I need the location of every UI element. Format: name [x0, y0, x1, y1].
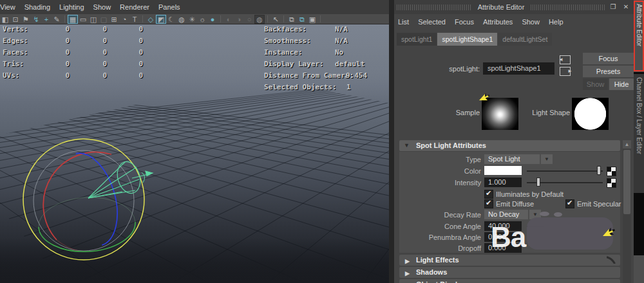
viewport-menu-item[interactable]: Renderer	[120, 3, 149, 11]
camera-keyframe-icon[interactable]: ⊡	[10, 15, 21, 24]
spotlight-name-field[interactable]: spotLightShape1	[483, 62, 554, 75]
viewport-menu-item[interactable]: Shading	[24, 3, 50, 11]
hud-value: 0	[73, 71, 107, 80]
lighting-icon[interactable]: ☼	[197, 15, 207, 24]
ae-menu-item[interactable]: Help	[549, 18, 564, 26]
section-title: Spot Light Attributes	[416, 140, 486, 151]
grid-toggle-icon[interactable]: ▦	[68, 15, 78, 24]
xray-icon[interactable]: ◇	[146, 15, 156, 24]
tab-spotlightshape1[interactable]: spotLightShape1	[437, 33, 497, 46]
scrollbar-thumb[interactable]	[623, 150, 630, 214]
hud-toggle-icon[interactable]: T	[129, 15, 140, 24]
hud-value: default	[335, 60, 365, 68]
select-cursor-icon[interactable]: ↖	[270, 15, 281, 24]
move-tool-icon[interactable]: +	[41, 15, 52, 24]
hud-value: 0	[41, 60, 70, 68]
resolution-gate-icon[interactable]: ◫	[88, 15, 99, 24]
hud-row: Tris: 0 0 0	[3, 60, 151, 71]
ae-menu-item[interactable]: Focus	[455, 18, 474, 26]
color-swatch[interactable]	[484, 166, 522, 175]
texture-map-icon[interactable]	[607, 178, 616, 188]
tab-defaultlightset[interactable]: defaultLightSet	[498, 33, 552, 46]
focus-button[interactable]: Focus	[583, 53, 634, 64]
tab-spotlight1[interactable]: spotLight1	[397, 33, 437, 46]
hud-row: Distance From Camera: 9.454	[264, 71, 390, 83]
snapshot-icon[interactable]: ▣	[307, 15, 317, 24]
side-tab-channel-box[interactable]: Channel Box / Layer Editor	[634, 74, 644, 193]
hud-label: Backfaces:	[264, 25, 307, 33]
field-chart-icon[interactable]: ⊞	[109, 15, 119, 24]
type-dropdown[interactable]: Spot Light	[484, 154, 540, 164]
viewport-menu-item[interactable]: Lighting	[59, 3, 84, 11]
section-object-display[interactable]: ▶ Object Display	[399, 279, 620, 283]
separator[interactable]	[220, 15, 221, 23]
hud-label: Tris:	[3, 60, 24, 68]
decay-dropdown[interactable]: No Decay	[484, 210, 528, 219]
intensity-field[interactable]: 1.000	[484, 178, 522, 187]
breakout-node-icon[interactable]: ►	[560, 67, 571, 76]
bookmark-icon[interactable]: ⚑	[21, 15, 31, 24]
show-button[interactable]: Show	[583, 78, 608, 90]
viewport-menu-item[interactable]: Show	[93, 3, 111, 11]
walk-tool-icon[interactable]: ↯	[31, 15, 41, 24]
section-light-effects[interactable]: ▶ Light Effects	[399, 255, 620, 266]
presets-button[interactable]: Presets	[583, 66, 634, 77]
attribute-editor-header[interactable]: Attribute Editor ❐ ✕	[394, 0, 634, 14]
panel-divider[interactable]	[389, 0, 394, 283]
spotlight-cone	[88, 159, 153, 198]
dropdown-arrow-icon[interactable]: ▼	[541, 154, 553, 164]
layout-single-icon[interactable]: ⧉	[287, 15, 297, 24]
camera-pan-icon[interactable]: ◧	[0, 15, 10, 24]
shaded-sphere-icon[interactable]: ●	[207, 15, 218, 24]
separator[interactable]	[283, 15, 284, 23]
section-title: Shadows	[416, 267, 447, 278]
textured-icon[interactable]: ✳	[187, 15, 197, 24]
color-slider[interactable]	[527, 170, 603, 172]
texture-map-icon[interactable]	[607, 167, 616, 176]
viewport-menu-item[interactable]: View	[0, 3, 15, 11]
watermark-blob	[527, 217, 613, 250]
illuminates-checkbox[interactable]: ✔	[484, 190, 493, 199]
separator[interactable]	[64, 15, 65, 23]
viewport-menu-item[interactable]: Panels	[158, 3, 180, 11]
section-shadows[interactable]: ▶ Shadows	[399, 267, 620, 278]
separator[interactable]	[267, 15, 268, 23]
isolate-view-icon[interactable]: ◑	[234, 15, 244, 24]
hud-value: 0	[41, 48, 70, 57]
film-gate-icon[interactable]: ▭	[78, 15, 88, 24]
hide-button[interactable]: Hide	[609, 78, 634, 90]
scrollbar[interactable]: ▲	[623, 140, 631, 283]
hud-value: 0	[73, 60, 107, 68]
isolate-select-icon[interactable]: ◐	[223, 15, 234, 24]
hud-row: Smoothness: N/A	[264, 37, 390, 48]
close-icon[interactable]: ✕	[621, 3, 631, 12]
shaded-cube-icon[interactable]: ◩	[156, 15, 166, 24]
emit-diffuse-checkbox[interactable]: ✔	[484, 199, 493, 208]
camera-settings-icon[interactable]: ◔	[119, 15, 129, 24]
separator[interactable]	[320, 15, 321, 23]
pencil-tool-icon[interactable]: ✎	[52, 15, 62, 24]
isolate-off-icon[interactable]: ○	[244, 15, 254, 24]
viewport-canvas[interactable]: Verts: 0 0 0 Edges: 0 0 0 Faces:	[0, 24, 390, 283]
wireframe-shaded-icon[interactable]: ☾	[166, 15, 176, 24]
layout-four-icon[interactable]: ⧉	[297, 15, 307, 24]
ae-menu-item[interactable]: Selected	[418, 18, 446, 26]
wire-sphere-icon[interactable]: ◍	[176, 15, 187, 24]
scroll-up-icon[interactable]: ▲	[623, 140, 631, 149]
ae-menu-item[interactable]: Attributes	[483, 18, 513, 26]
separator[interactable]	[142, 15, 143, 23]
color-slider-handle[interactable]	[597, 166, 601, 175]
intensity-slider-handle[interactable]	[536, 178, 540, 187]
attribute-editor-menubar: ListSelectedFocusAttributesShowHelp	[394, 14, 634, 30]
texture-box-icon[interactable]: ◍	[254, 15, 265, 24]
ae-menu-item[interactable]: Show	[522, 18, 540, 26]
hud-value: No	[335, 48, 343, 57]
select-node-icon[interactable]: ◄	[560, 55, 571, 64]
float-window-icon[interactable]: ❐	[608, 3, 618, 12]
gate-mask-icon[interactable]: ▢	[99, 15, 109, 24]
swoosh-mark	[607, 256, 617, 264]
section-spot-light-attributes[interactable]: ▼ Spot Light Attributes	[399, 140, 620, 151]
cursor-icon	[478, 91, 491, 104]
emit-specular-checkbox[interactable]: ✔	[565, 199, 574, 208]
ae-menu-item[interactable]: List	[398, 18, 409, 26]
